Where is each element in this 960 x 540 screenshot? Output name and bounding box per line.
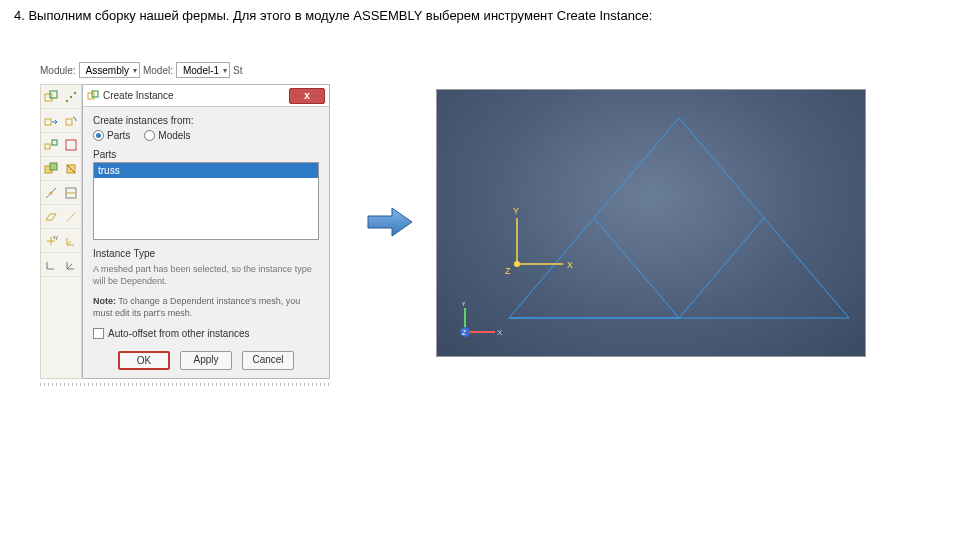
axis-z-small: Z	[462, 329, 467, 336]
svg-rect-8	[66, 119, 72, 125]
svg-point-23	[514, 261, 520, 267]
radio-models[interactable]: Models	[144, 130, 190, 141]
svg-rect-11	[66, 140, 76, 150]
module-value: Assembly	[82, 65, 133, 76]
linear-pattern-icon[interactable]	[61, 85, 81, 108]
viewport-triad: X Y Z	[505, 206, 585, 278]
constraint-icon[interactable]	[61, 133, 81, 156]
list-item[interactable]: truss	[94, 163, 318, 178]
dialog-title: Create Instance	[87, 90, 174, 102]
apply-button[interactable]: Apply	[180, 351, 232, 370]
rotate-icon[interactable]	[61, 109, 81, 132]
dialog-titlebar: Create Instance x	[83, 85, 329, 107]
svg-point-6	[74, 91, 76, 93]
partition-edge-icon[interactable]	[41, 181, 61, 204]
axis-y-label: Y	[513, 206, 519, 216]
module-dropdown[interactable]: Assembly ▾	[79, 62, 140, 78]
instance-type-label: Instance Type	[93, 248, 319, 259]
instance-type-info: A meshed part has been selected, so the …	[93, 263, 319, 287]
svg-point-4	[66, 99, 68, 101]
dialog-title-text: Create Instance	[103, 90, 174, 101]
partition-face-icon[interactable]	[61, 181, 81, 204]
cut-icon[interactable]	[61, 157, 81, 180]
axis-y-small: Y	[461, 302, 467, 308]
auto-offset-row[interactable]: Auto-offset from other instances	[93, 328, 319, 339]
button-row: OK Apply Cancel	[93, 347, 319, 370]
close-icon: x	[304, 90, 310, 101]
chevron-down-icon: ▾	[223, 66, 227, 75]
ok-button[interactable]: OK	[118, 351, 170, 370]
model-value: Model-1	[179, 65, 223, 76]
corner-axes: Z Y X	[451, 302, 505, 344]
translate-icon[interactable]	[41, 109, 61, 132]
from-label: Create instances from:	[93, 115, 319, 126]
svg-rect-19	[92, 91, 98, 97]
checkbox-icon	[93, 328, 104, 339]
arrow-icon	[366, 204, 414, 242]
radio-parts-label: Parts	[107, 130, 130, 141]
translate-to-icon[interactable]	[41, 133, 61, 156]
module-label: Module:	[40, 65, 76, 76]
chevron-down-icon: ▾	[133, 66, 137, 75]
create-instance-icon[interactable]	[41, 85, 61, 108]
model-label: Model:	[143, 65, 173, 76]
top-toolbar: Module: Assembly ▾ Model: Model-1 ▾ St	[40, 60, 330, 80]
note-prefix: Note:	[93, 296, 116, 306]
datum-csys-icon[interactable]	[61, 229, 81, 252]
main-row: xyz Create Instance x Create in	[40, 84, 330, 379]
instruction-heading: 4. Выполним сборку нашей фермы. Для этог…	[14, 8, 652, 23]
axis-x-small: X	[497, 328, 503, 337]
axis-z-label: Z	[505, 266, 511, 276]
radio-row: Parts Models	[93, 130, 319, 141]
radio-icon	[93, 130, 104, 141]
parts-listbox[interactable]: truss	[93, 162, 319, 240]
dialog-body: Create instances from: Parts Models Part…	[83, 107, 329, 378]
svg-point-15	[50, 191, 53, 194]
svg-rect-10	[52, 140, 57, 145]
note-text: Note: To change a Dependent instance's m…	[93, 295, 319, 319]
model-dropdown[interactable]: Model-1 ▾	[176, 62, 230, 78]
svg-rect-13	[50, 163, 57, 170]
auto-offset-label: Auto-offset from other instances	[108, 328, 250, 339]
svg-rect-7	[45, 119, 51, 125]
ruler	[40, 383, 330, 386]
note-body: To change a Dependent instance's mesh, y…	[93, 296, 300, 318]
datum-axis-icon[interactable]	[61, 205, 81, 228]
dialog-title-icon	[87, 90, 99, 102]
datum-plane-icon[interactable]	[41, 205, 61, 228]
reference-icon[interactable]	[41, 253, 61, 276]
close-button[interactable]: x	[289, 88, 325, 104]
axis-x-label: X	[567, 260, 573, 270]
content-row: Module: Assembly ▾ Model: Model-1 ▾ St	[40, 60, 866, 386]
svg-rect-9	[45, 144, 50, 149]
merge-icon[interactable]	[41, 157, 61, 180]
step-label: St	[233, 65, 242, 76]
radio-models-label: Models	[158, 130, 190, 141]
create-instance-dialog: Create Instance x Create instances from:…	[82, 84, 330, 379]
svg-rect-18	[88, 93, 94, 99]
radio-parts[interactable]: Parts	[93, 130, 130, 141]
tool-palette: xyz	[40, 84, 82, 379]
svg-text:xyz: xyz	[53, 234, 58, 240]
cancel-button[interactable]: Cancel	[242, 351, 294, 370]
left-panel: Module: Assembly ▾ Model: Model-1 ▾ St	[40, 60, 330, 386]
parts-label: Parts	[93, 149, 319, 160]
svg-point-5	[70, 95, 72, 97]
datum-point-icon[interactable]: xyz	[41, 229, 61, 252]
viewport[interactable]: X Y Z Z Y X	[436, 89, 866, 357]
query-icon[interactable]	[61, 253, 81, 276]
radio-icon	[144, 130, 155, 141]
